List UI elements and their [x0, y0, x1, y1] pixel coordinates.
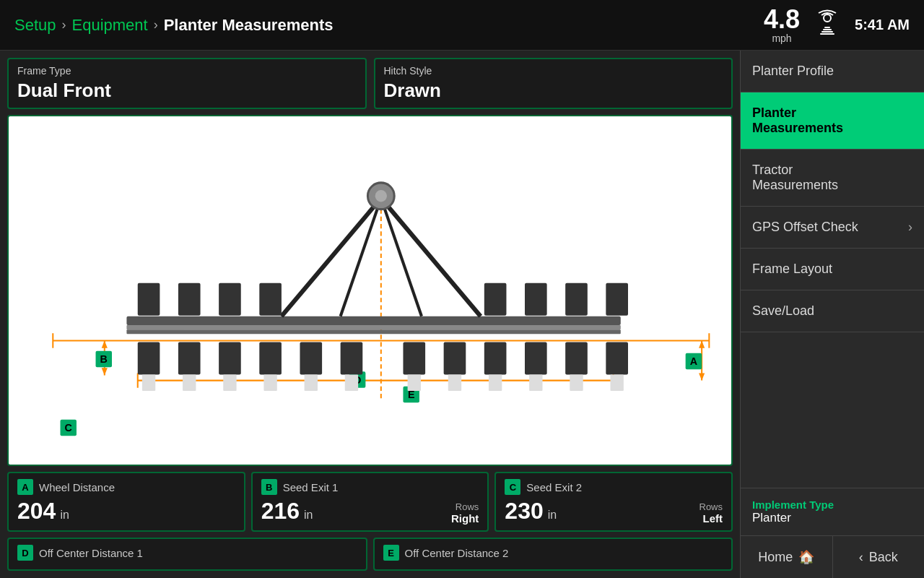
seed-exit-1-card[interactable]: B Seed Exit 1 216 in Rows Right	[251, 472, 489, 532]
sidebar-frame-layout-label: Frame Layout	[752, 262, 832, 277]
hitch-style-label: Hitch Style	[384, 65, 723, 77]
frame-type-label: Frame Type	[17, 65, 357, 77]
wheel-distance-value-row: 204 in	[17, 498, 235, 525]
sidebar-item-planter-profile[interactable]: Planter Profile	[741, 51, 924, 92]
seed-exit-2-title: Seed Exit 2	[526, 481, 582, 493]
svg-rect-60	[223, 374, 236, 390]
off-center-2-header: E Off Center Distance 2	[383, 545, 723, 561]
svg-text:C: C	[65, 422, 72, 434]
speed-value: 4.8	[764, 7, 800, 33]
seed-exit-1-title: Seed Exit 1	[283, 481, 339, 493]
svg-rect-48	[219, 342, 241, 375]
svg-rect-64	[408, 374, 421, 390]
svg-rect-2	[823, 29, 832, 30]
breadcrumb-setup[interactable]: Setup	[14, 16, 56, 35]
implement-type-label: Implement Type	[752, 499, 912, 511]
breadcrumb-equipment[interactable]: Equipment	[72, 16, 148, 35]
wheel-distance-badge: A	[17, 479, 33, 495]
breadcrumb-arrow-2: ›	[154, 17, 158, 33]
breadcrumb-current: Planter Measurements	[164, 16, 334, 35]
off-center-2-title: Off Center Distance 2	[405, 547, 509, 559]
seed-exit-2-card[interactable]: C Seed Exit 2 230 in Rows Left	[494, 472, 733, 532]
svg-rect-69	[610, 374, 623, 390]
svg-rect-1	[824, 27, 830, 28]
sidebar-planter-measurements-label: PlanterMeasurements	[752, 105, 843, 136]
sidebar-planter-profile-label: Planter Profile	[752, 64, 834, 79]
left-content: Frame Type Dual Front Hitch Style Drawn	[0, 51, 740, 578]
sidebar-save-load-label: Save/Load	[752, 303, 814, 319]
svg-rect-58	[142, 374, 155, 390]
implement-type-value: Planter	[752, 511, 912, 525]
svg-rect-65	[448, 374, 461, 390]
gps-offset-arrow-icon: ›	[908, 220, 912, 235]
hitch-style-box[interactable]: Hitch Style Drawn	[374, 58, 733, 109]
svg-rect-3	[821, 31, 833, 33]
svg-rect-39	[178, 283, 201, 316]
seed-exit-2-value-row: 230 in	[505, 498, 557, 525]
svg-rect-29	[126, 316, 620, 325]
wheel-distance-card[interactable]: A Wheel Distance 204 in	[7, 472, 245, 532]
wheel-distance-value: 204	[17, 498, 56, 525]
home-button[interactable]: Home 🏠	[741, 536, 833, 578]
seed-exit-2-rows-value: Left	[699, 512, 723, 525]
svg-rect-67	[529, 374, 542, 390]
back-arrow-icon: ‹	[859, 550, 863, 565]
seed-exit-1-rows-value: Right	[451, 512, 479, 525]
svg-rect-4	[820, 33, 834, 35]
svg-text:A: A	[690, 355, 697, 367]
main-layout: Frame Type Dual Front Hitch Style Drawn	[0, 51, 924, 578]
breadcrumb-arrow-1: ›	[62, 17, 66, 33]
home-label: Home	[758, 550, 793, 565]
svg-rect-38	[138, 283, 160, 316]
svg-rect-41	[259, 283, 282, 316]
measurement-cards-row1: A Wheel Distance 204 in B Seed Exit 1 21…	[7, 472, 733, 532]
off-center-1-card[interactable]: D Off Center Distance 1	[7, 538, 367, 571]
nav-buttons: Home 🏠 ‹ Back	[741, 536, 924, 578]
sidebar-item-frame-layout[interactable]: Frame Layout	[741, 249, 924, 290]
top-right-info: 4.8 mph 5:41 AM	[764, 7, 910, 44]
sidebar-item-save-load[interactable]: Save/Load	[741, 290, 924, 332]
seed-exit-1-rows-label: Rows	[451, 501, 479, 512]
seed-exit-1-unit: in	[304, 509, 313, 522]
sidebar-item-planter-measurements[interactable]: PlanterMeasurements	[741, 92, 924, 150]
svg-rect-43	[525, 283, 547, 316]
seed-exit-1-header: B Seed Exit 1	[261, 479, 479, 495]
svg-rect-40	[219, 283, 241, 316]
sidebar-item-tractor-measurements[interactable]: TractorMeasurements	[741, 150, 924, 207]
svg-rect-42	[484, 283, 507, 316]
seed-exit-2-value: 230	[505, 498, 543, 525]
svg-rect-49	[259, 342, 282, 375]
off-center-2-card[interactable]: E Off Center Distance 2	[373, 538, 733, 571]
sidebar-tractor-measurements-label: TractorMeasurements	[752, 163, 838, 193]
svg-text:B: B	[100, 353, 108, 365]
seed-exit-2-unit: in	[548, 509, 557, 522]
svg-rect-62	[305, 374, 318, 390]
svg-rect-46	[138, 342, 160, 375]
svg-rect-31	[126, 329, 620, 334]
speed-display: 4.8 mph	[764, 7, 800, 44]
off-center-1-badge: D	[17, 545, 33, 561]
seed-exit-2-header: C Seed Exit 2	[505, 479, 723, 495]
back-button[interactable]: ‹ Back	[833, 536, 925, 578]
frame-type-box[interactable]: Frame Type Dual Front	[7, 58, 367, 109]
svg-rect-57	[606, 342, 628, 375]
wheel-distance-unit: in	[60, 509, 69, 522]
svg-rect-47	[178, 342, 201, 375]
hitch-style-value: Drawn	[384, 79, 723, 102]
top-bar: Setup › Equipment › Planter Measurements…	[0, 0, 924, 51]
seed-exit-1-badge: B	[261, 479, 277, 495]
implement-section: Implement Type Planter	[741, 488, 924, 536]
svg-rect-30	[126, 325, 620, 329]
back-label: Back	[869, 550, 898, 565]
sidebar-spacer	[741, 332, 924, 488]
svg-point-37	[375, 190, 387, 202]
svg-rect-51	[341, 342, 363, 375]
svg-rect-44	[565, 283, 588, 316]
svg-rect-66	[489, 374, 502, 390]
measurement-cards-row2: D Off Center Distance 1 E Off Center Dis…	[7, 538, 733, 571]
svg-rect-56	[565, 342, 588, 375]
sidebar-item-gps-offset-check[interactable]: GPS Offset Check ›	[741, 207, 924, 249]
svg-point-0	[824, 14, 831, 22]
top-fields: Frame Type Dual Front Hitch Style Drawn	[7, 58, 733, 109]
home-icon: 🏠	[798, 549, 814, 565]
